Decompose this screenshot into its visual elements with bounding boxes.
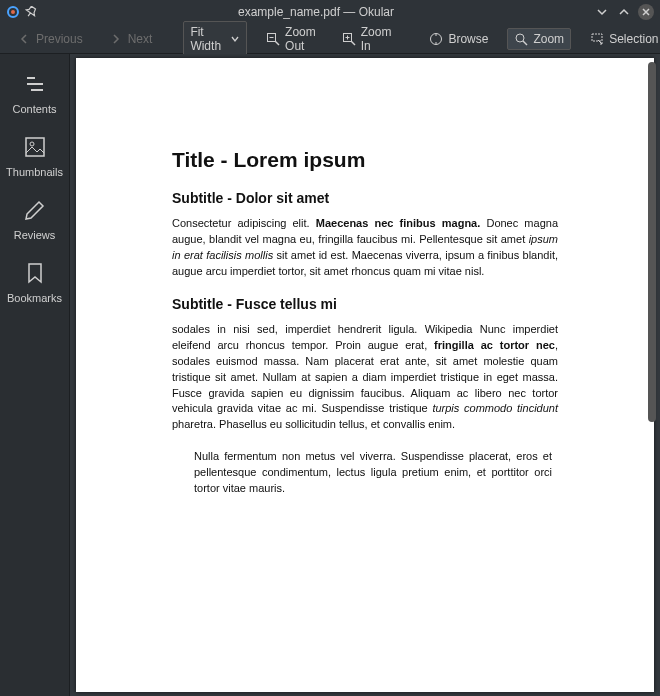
selection-button[interactable]: Selection — [583, 28, 660, 50]
sidebar-item-label: Reviews — [14, 229, 56, 241]
doc-paragraph-2: sodales in nisi sed, imperdiet hendrerit… — [172, 322, 558, 434]
zoom-out-icon — [266, 32, 280, 46]
zoom-in-icon — [342, 32, 356, 46]
bookmarks-icon — [21, 259, 49, 287]
previous-button[interactable]: Previous — [10, 28, 90, 50]
window-title: example_name.pdf — Okular — [45, 5, 587, 19]
app-icon — [6, 5, 20, 19]
title-bar: example_name.pdf — Okular — [0, 0, 660, 24]
maximize-icon[interactable] — [616, 4, 632, 20]
doc-paragraph-1: Consectetur adipiscing elit. Maecenas ne… — [172, 216, 558, 280]
app-icons — [6, 5, 38, 19]
sidebar-item-label: Bookmarks — [7, 292, 62, 304]
chevron-right-icon — [109, 32, 123, 46]
zoom-in-label: Zoom In — [361, 25, 392, 53]
zoom-level-label: Fit Width — [190, 25, 224, 53]
selection-label: Selection — [609, 32, 658, 46]
sidebar: Contents Thumbnails Reviews Bookmarks — [0, 54, 70, 696]
zoom-out-button[interactable]: Zoom Out — [259, 21, 323, 57]
chevron-left-icon — [17, 32, 31, 46]
sidebar-item-contents[interactable]: Contents — [0, 60, 69, 123]
zoom-tool-button[interactable]: Zoom — [507, 28, 571, 50]
doc-blockquote: Nulla fermentum non metus vel viverra. S… — [194, 449, 558, 497]
next-button[interactable]: Next — [102, 28, 160, 50]
page-number: 1 — [76, 527, 654, 696]
svg-rect-14 — [592, 34, 602, 41]
document-viewer[interactable]: Title - Lorem ipsum Subtitle - Dolor sit… — [70, 54, 660, 696]
zoom-out-label: Zoom Out — [285, 25, 316, 53]
browse-label: Browse — [448, 32, 488, 46]
toolbar: Previous Next Fit Width Zoom Out Zoom In… — [0, 24, 660, 54]
svg-line-13 — [523, 41, 527, 45]
minimize-icon[interactable] — [594, 4, 610, 20]
sidebar-item-reviews[interactable]: Reviews — [0, 186, 69, 249]
doc-subtitle-1: Subtitle - Dolor sit amet — [172, 190, 558, 206]
doc-title: Title - Lorem ipsum — [172, 148, 558, 172]
thumbnails-icon — [21, 133, 49, 161]
browse-button[interactable]: Browse — [422, 28, 495, 50]
sidebar-item-bookmarks[interactable]: Bookmarks — [0, 249, 69, 312]
window-controls — [594, 4, 654, 20]
contents-icon — [21, 70, 49, 98]
main-body: Contents Thumbnails Reviews Bookmarks Ti… — [0, 54, 660, 696]
document-page: Title - Lorem ipsum Subtitle - Dolor sit… — [76, 58, 654, 692]
zoom-in-button[interactable]: Zoom In — [335, 21, 399, 57]
zoom-icon — [514, 32, 528, 46]
doc-subtitle-2: Subtitle - Fusce tellus mi — [172, 296, 558, 312]
scrollbar-thumb[interactable] — [648, 62, 656, 422]
close-icon[interactable] — [638, 4, 654, 20]
zoom-level-dropdown[interactable]: Fit Width — [183, 21, 247, 57]
browse-icon — [429, 32, 443, 46]
svg-point-12 — [516, 34, 524, 42]
next-label: Next — [128, 32, 153, 46]
svg-line-8 — [351, 41, 355, 45]
svg-point-1 — [11, 10, 15, 14]
previous-label: Previous — [36, 32, 83, 46]
reviews-icon — [21, 196, 49, 224]
svg-rect-18 — [26, 138, 44, 156]
svg-line-4 — [275, 41, 279, 45]
zoom-tool-label: Zoom — [533, 32, 564, 46]
sidebar-item-label: Contents — [12, 103, 56, 115]
sidebar-item-thumbnails[interactable]: Thumbnails — [0, 123, 69, 186]
pin-icon[interactable] — [24, 5, 38, 19]
sidebar-item-label: Thumbnails — [6, 166, 63, 178]
chevron-down-icon — [230, 32, 240, 46]
selection-icon — [590, 32, 604, 46]
svg-point-19 — [30, 142, 34, 146]
